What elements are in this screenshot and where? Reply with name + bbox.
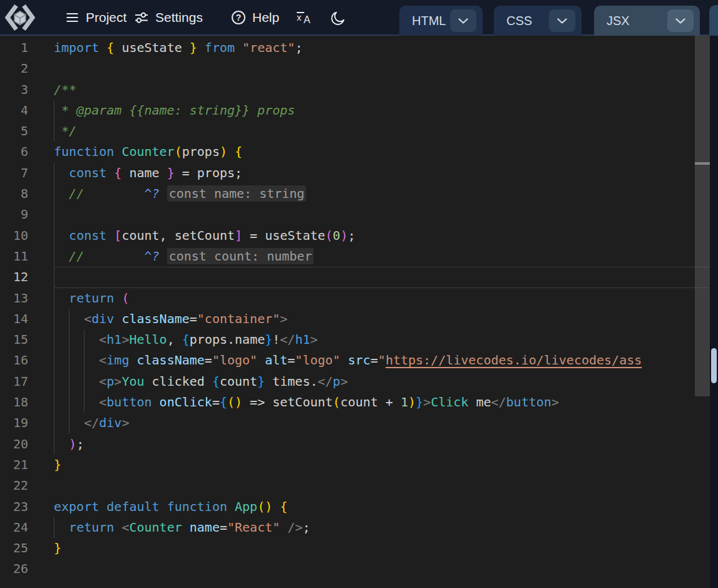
token-kw: p	[106, 374, 114, 389]
code-line-19[interactable]: </div>	[0, 413, 710, 433]
code-line-8[interactable]: // ^? const name: string	[0, 183, 710, 204]
code-line-11[interactable]: // ^? const count: number	[0, 246, 710, 267]
menu-project[interactable]: Project	[64, 8, 126, 28]
token-kw: import	[54, 40, 99, 55]
code-content[interactable]: import { useState } from "react";/** * @…	[0, 38, 710, 580]
token-attr: onClick	[160, 395, 212, 410]
translate-button[interactable]: x A	[294, 8, 313, 28]
code-line-17[interactable]: <p>You clicked {count} times.</p>	[0, 371, 710, 392]
token-b1: (	[175, 144, 182, 159]
code-line-16[interactable]: <img className="logo" alt="logo" src="ht…	[0, 350, 710, 371]
token-txt: count +	[341, 395, 401, 410]
code-line-22[interactable]	[0, 475, 710, 496]
code-line-23[interactable]: export default function App() {	[0, 497, 710, 517]
hamburger-icon	[64, 10, 80, 25]
editor-scrollbar-thumb[interactable]	[695, 36, 710, 396]
token-kw: img	[106, 353, 129, 368]
code-line-13[interactable]: return (	[0, 288, 710, 309]
token-txt: name	[121, 165, 167, 180]
token-txt	[227, 144, 235, 159]
token-ghost: const name: string	[167, 185, 307, 202]
token-b1: (	[227, 395, 235, 410]
tab-css[interactable]: CSS	[494, 6, 582, 36]
token-txt	[197, 40, 205, 55]
token-txt: clicked	[145, 374, 212, 389]
menu-help-label: Help	[252, 10, 279, 25]
code-line-15[interactable]: <h1>Hello, {props.name}!</h1>	[0, 329, 710, 350]
code-line-1[interactable]: import { useState } from "react";	[0, 38, 710, 58]
token-txt: ;	[348, 228, 356, 243]
overview-ruler-cursor-marker	[695, 162, 710, 165]
token-kw: from	[205, 40, 235, 55]
token-pun: </	[280, 332, 295, 347]
token-pun: </	[491, 395, 506, 410]
indent-guide	[54, 329, 54, 350]
token-b2: (	[326, 228, 333, 243]
token-txt	[114, 520, 121, 535]
split-gutter[interactable]	[710, 36, 718, 588]
code-line-26[interactable]	[0, 559, 710, 579]
token-b2: )	[69, 436, 76, 451]
indent-guide	[54, 309, 54, 329]
token-attr: name	[190, 520, 220, 535]
token-b1: {	[280, 499, 287, 514]
token-txt	[54, 249, 69, 264]
indent-guide	[54, 288, 54, 309]
token-txt: => setCount	[242, 395, 333, 410]
token-txt	[54, 228, 69, 243]
token-txt: = useState	[242, 228, 325, 243]
token-b3: }	[416, 395, 423, 410]
tab-html[interactable]: HTML	[399, 6, 483, 36]
token-b2: [	[114, 228, 121, 243]
tab-jsx[interactable]: JSX	[594, 6, 700, 36]
token-b3: {	[212, 374, 220, 389]
menu-settings[interactable]: Settings	[133, 8, 203, 28]
chevron-down-icon	[675, 16, 685, 26]
livecodes-logo[interactable]	[5, 3, 35, 33]
tab-html-menu-button[interactable]	[450, 9, 476, 32]
code-line-10[interactable]: const [count, setCount] = useState(0);	[0, 225, 710, 246]
split-gutter-handle[interactable]	[711, 348, 717, 383]
token-attr: className	[121, 311, 189, 326]
token-type: App	[235, 499, 257, 514]
code-line-21[interactable]: }	[0, 455, 710, 475]
token-b1: }	[54, 540, 61, 555]
code-line-14[interactable]: <div className="container">	[0, 309, 710, 329]
token-pun: >	[280, 311, 287, 326]
indent-guide	[54, 121, 54, 142]
token-strU: https://livecodes.io/livecodes/ass	[386, 353, 642, 368]
code-line-2[interactable]	[0, 58, 710, 79]
moon-icon	[330, 10, 346, 26]
token-num: 1	[401, 395, 408, 410]
token-pun: >	[121, 332, 129, 347]
code-line-25[interactable]: }	[0, 538, 710, 559]
code-line-7[interactable]: const { name } = props;	[0, 163, 710, 183]
tab-css-menu-button[interactable]	[549, 9, 575, 32]
code-line-20[interactable]: );	[0, 434, 710, 455]
code-line-4[interactable]: * @param {{name: string}} props	[0, 100, 710, 121]
token-b1: }	[190, 40, 197, 55]
dark-mode-toggle[interactable]	[330, 8, 346, 28]
token-kw: return	[69, 520, 114, 535]
menu-project-label: Project	[86, 10, 126, 25]
menu-help[interactable]: ? Help	[230, 8, 279, 28]
code-line-18[interactable]: <button onClick={() => setCount(count + …	[0, 392, 710, 413]
token-b1: }	[54, 457, 61, 472]
code-line-6[interactable]: function Counter(props) {	[0, 142, 710, 162]
code-editor[interactable]: 1234567891011121314151617181920212223242…	[0, 36, 710, 588]
token-b1: )	[265, 499, 272, 514]
token-b3: {	[220, 395, 227, 410]
token-str: "React"	[227, 520, 280, 535]
token-kw: function	[167, 499, 227, 514]
token-txt	[106, 165, 114, 180]
token-txt	[160, 499, 167, 514]
code-line-24[interactable]: return <Counter name="React" />;	[0, 517, 710, 538]
tab-jsx-menu-button[interactable]	[667, 9, 694, 32]
token-txt	[182, 520, 190, 535]
code-line-3[interactable]: /**	[0, 80, 710, 100]
code-line-9[interactable]	[0, 204, 710, 225]
indent-guide	[54, 434, 54, 455]
code-line-5[interactable]: */	[0, 121, 710, 142]
code-line-12[interactable]	[0, 267, 710, 287]
token-cmt: */	[54, 123, 76, 138]
